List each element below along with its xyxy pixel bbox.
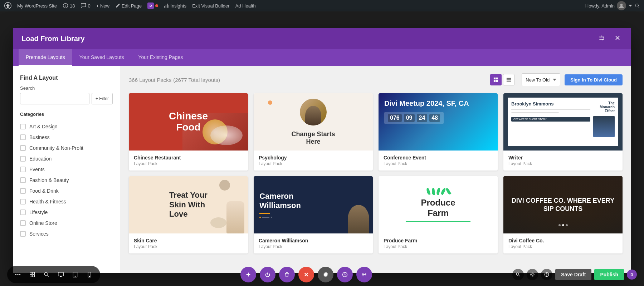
category-services[interactable]: Services bbox=[20, 228, 113, 239]
toolbar-search-button[interactable] bbox=[41, 269, 52, 280]
category-art-design[interactable]: Art & Design bbox=[20, 121, 113, 132]
layout-card-skincare[interactable]: Treat YourSkin WithLove Skin Care Layout… bbox=[129, 176, 248, 253]
toolbar-dots-button[interactable] bbox=[12, 269, 24, 280]
category-checkbox-business[interactable] bbox=[20, 134, 26, 140]
tab-existing-pages[interactable]: Your Existing Pages bbox=[131, 49, 190, 66]
category-checkbox-lifestyle[interactable] bbox=[20, 209, 26, 215]
svg-point-38 bbox=[89, 276, 90, 277]
modal-body: Find A Layout Search + Filter Categories… bbox=[13, 66, 631, 273]
toolbar-close-button[interactable] bbox=[298, 267, 314, 282]
toolbar-search-right-button[interactable] bbox=[512, 269, 524, 280]
save-draft-button[interactable]: Save Draft bbox=[555, 269, 591, 280]
card-type-psychology: Layout Pack bbox=[259, 161, 368, 166]
toolbar-star-button[interactable] bbox=[527, 269, 538, 280]
site-name[interactable]: My WordPress Site bbox=[17, 3, 57, 9]
category-label-art-design: Art & Design bbox=[29, 124, 58, 129]
layout-card-writer[interactable]: Brooklyn Simmons GET A FREE SHORT STORY … bbox=[503, 93, 623, 171]
svg-point-36 bbox=[75, 276, 75, 277]
layout-card-produce-farm[interactable]: ProduceFarm Produce Farm Layout Pack bbox=[379, 176, 498, 253]
toolbar-help-button[interactable] bbox=[541, 269, 552, 280]
sort-select[interactable]: New To Old Old To New A to Z Z to A bbox=[522, 73, 560, 86]
exit-builder[interactable]: Exit Visual Builder bbox=[192, 3, 230, 9]
card-thumbnail-skincare: Treat YourSkin WithLove bbox=[129, 176, 248, 233]
category-lifestyle[interactable]: Lifestyle bbox=[20, 207, 113, 218]
list-view-button[interactable] bbox=[503, 74, 514, 85]
toolbar-grid-button[interactable] bbox=[26, 269, 38, 280]
chinese-card-bg: ChineseFood bbox=[129, 93, 248, 151]
coffee-card-bg: DIVI COFFEE CO. WHERE EVERY SIP COUNTS bbox=[503, 176, 623, 233]
layout-card-psychology[interactable]: Change StartsHere Psychology Layout Pack bbox=[254, 93, 373, 171]
live-indicator bbox=[155, 4, 158, 7]
user-menu[interactable]: Howdy, Admin bbox=[585, 1, 640, 10]
category-events[interactable]: Events bbox=[20, 164, 113, 175]
modal-header: Load From Library bbox=[13, 28, 631, 49]
toolbar-desktop-button[interactable] bbox=[55, 269, 67, 280]
grid-view-button[interactable] bbox=[490, 74, 502, 85]
layout-card-coffee[interactable]: DIVI COFFEE CO. WHERE EVERY SIP COUNTS D… bbox=[503, 176, 623, 253]
toolbar-history-button[interactable] bbox=[337, 267, 353, 282]
notifications[interactable]: ♥ 18 bbox=[63, 3, 75, 9]
content-header: 366 Layout Packs (2677 Total layouts) bbox=[129, 73, 623, 86]
category-checkbox-food-drink[interactable] bbox=[20, 188, 26, 194]
card-thumbnail-conference: Divi Meetup 2024, SF, CA 076 09 24 48 bbox=[379, 93, 498, 151]
tab-saved-layouts[interactable]: Your Saved Layouts bbox=[72, 49, 131, 66]
card-type-coffee: Layout Pack bbox=[508, 244, 618, 249]
card-info-cameron: Cameron Williamson Layout Pack bbox=[254, 233, 373, 253]
category-checkbox-services[interactable] bbox=[20, 231, 26, 237]
layout-card-chinese-restaurant[interactable]: ChineseFood Chinese Restaurant Layout Pa… bbox=[129, 93, 248, 171]
insights-button[interactable]: Insights bbox=[164, 3, 186, 9]
search-input[interactable] bbox=[20, 93, 89, 104]
category-label-events: Events bbox=[29, 167, 45, 172]
category-checkbox-community[interactable] bbox=[20, 145, 26, 151]
svg-point-28 bbox=[19, 274, 20, 275]
category-checkbox-online-store[interactable] bbox=[20, 220, 26, 226]
publish-button[interactable]: Publish bbox=[594, 269, 624, 280]
modal-close-button[interactable] bbox=[613, 33, 623, 45]
card-type-skincare: Layout Pack bbox=[134, 244, 243, 249]
category-checkbox-health-fitness[interactable] bbox=[20, 199, 26, 204]
wp-logo[interactable] bbox=[4, 2, 11, 9]
category-checkbox-education[interactable] bbox=[20, 156, 26, 162]
category-education[interactable]: Education bbox=[20, 153, 113, 164]
category-food-drink[interactable]: Food & Drink bbox=[20, 186, 113, 196]
layout-card-conference[interactable]: Divi Meetup 2024, SF, CA 076 09 24 48 Co… bbox=[379, 93, 498, 171]
category-label-services: Services bbox=[29, 231, 49, 237]
sign-in-divi-cloud-button[interactable]: Sign In To Divi Cloud bbox=[565, 74, 623, 85]
divi-badge[interactable]: D bbox=[147, 3, 158, 9]
category-checkbox-fashion-beauty[interactable] bbox=[20, 177, 26, 183]
modal-settings-button[interactable] bbox=[597, 33, 607, 45]
category-checkbox-art-design[interactable] bbox=[20, 124, 26, 129]
svg-rect-24 bbox=[507, 79, 511, 80]
leaf-3 bbox=[436, 187, 440, 195]
category-business[interactable]: Business bbox=[20, 132, 113, 143]
toolbar-power-button[interactable] bbox=[260, 267, 275, 282]
filter-button[interactable]: + Filter bbox=[92, 93, 113, 104]
edit-page-button[interactable]: Edit Page bbox=[115, 3, 142, 9]
coffee-text: DIVI COFFEE CO. WHERE EVERY SIP COUNTS bbox=[509, 197, 617, 213]
comments[interactable]: 0 bbox=[80, 3, 90, 9]
toolbar-add-button[interactable] bbox=[240, 267, 256, 282]
svg-rect-34 bbox=[58, 272, 63, 276]
cameron-accent-line bbox=[259, 213, 270, 214]
category-checkbox-events[interactable] bbox=[20, 167, 26, 172]
category-fashion-beauty[interactable]: Fashion & Beauty bbox=[20, 175, 113, 186]
toolbar-trash-button[interactable] bbox=[279, 267, 295, 282]
layout-card-cameron[interactable]: CameronWilliamson Cameron Williamson bbox=[254, 176, 373, 253]
toolbar-mobile-button[interactable] bbox=[84, 269, 95, 280]
category-health-fitness[interactable]: Health & Fitness bbox=[20, 196, 113, 207]
coffee-dot-2 bbox=[562, 224, 564, 226]
new-button[interactable]: + New bbox=[96, 3, 109, 9]
ad-health[interactable]: Ad Health bbox=[235, 3, 256, 9]
category-community[interactable]: Community & Non-Profit bbox=[20, 143, 113, 153]
card-name-writer: Writer bbox=[508, 155, 618, 161]
card-info-conference: Conference Event Layout Pack bbox=[379, 151, 498, 171]
tab-premade-layouts[interactable]: Premade Layouts bbox=[19, 49, 72, 66]
category-online-store[interactable]: Online Store bbox=[20, 218, 113, 228]
toolbar-layout-button[interactable] bbox=[356, 267, 372, 282]
toolbar-center-section bbox=[240, 267, 372, 282]
category-label-online-store: Online Store bbox=[29, 220, 57, 226]
toolbar-settings-button[interactable] bbox=[318, 267, 333, 282]
writer-inner: Brooklyn Simmons GET A FREE SHORT STORY … bbox=[508, 98, 618, 146]
toolbar-tablet-button[interactable] bbox=[69, 269, 81, 280]
category-label-health-fitness: Health & Fitness bbox=[29, 199, 66, 204]
